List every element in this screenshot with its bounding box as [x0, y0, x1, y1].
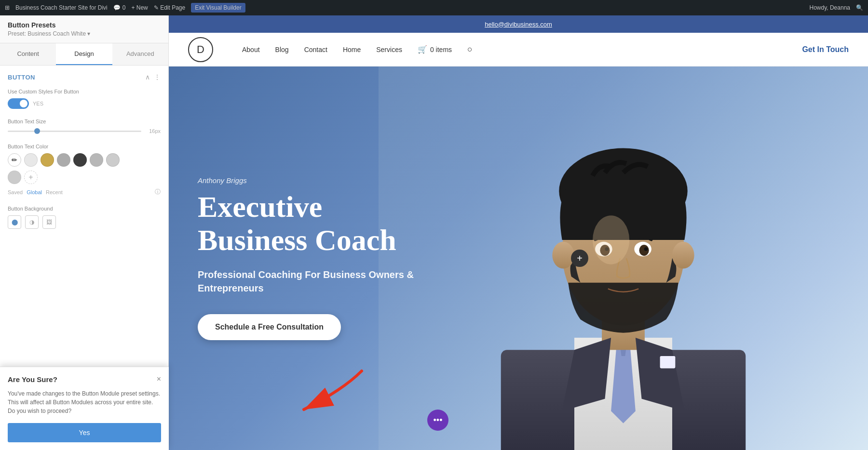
confirm-text: You've made changes to the Button Module… [8, 389, 161, 415]
button-text-size-field: Button Text Size 16px [8, 119, 161, 134]
color-swatch-5[interactable] [90, 153, 103, 167]
section-title: Button [8, 74, 35, 81]
email-link[interactable]: hello@divibusiness.com [485, 21, 552, 28]
color-swatch-4[interactable] [73, 153, 87, 167]
hero-content: Anthony Briggs Executive Business Coach … [169, 176, 468, 340]
new-button[interactable]: + New [131, 4, 148, 11]
preset-info-icon[interactable]: ⓘ [155, 188, 161, 196]
global-label[interactable]: Global [27, 189, 42, 195]
more-options-button[interactable]: ••• [427, 410, 448, 431]
exit-visual-builder-button[interactable]: Exit Visual Builder [191, 3, 245, 13]
confirm-yes-button[interactable]: Yes [8, 423, 161, 442]
hero-section: Anthony Briggs Executive Business Coach … [169, 66, 868, 450]
add-section-button[interactable]: + [571, 250, 588, 267]
section-menu-icon[interactable]: ⋮ [154, 73, 161, 81]
preset-labels: Saved Global Recent ⓘ [8, 188, 161, 196]
site-logo[interactable]: D [188, 37, 213, 62]
hero-subtitle: Professional Coaching For Business Owner… [198, 268, 439, 295]
svg-point-20 [593, 215, 629, 265]
nav-cart[interactable]: 🛒 0 items [418, 45, 452, 54]
svg-rect-19 [660, 356, 676, 368]
svg-point-12 [639, 245, 649, 256]
color-swatch-1[interactable] [24, 153, 38, 167]
nav-about[interactable]: About [242, 46, 260, 53]
email-bar: hello@divibusiness.com [169, 15, 868, 33]
bg-gradient-icon[interactable]: ◑ [25, 215, 39, 229]
bg-color-icon[interactable]: ⬤ [8, 215, 21, 229]
confirm-close-button[interactable]: × [157, 375, 161, 384]
confirm-title: Are You Sure? [8, 375, 57, 384]
red-arrow-annotation [265, 361, 371, 421]
bg-controls: ⬤ ◑ 🖼 [8, 215, 161, 229]
button-background-field: Button Background ⬤ ◑ 🖼 [8, 206, 161, 229]
user-greeting: Howdy, Deanna [810, 4, 851, 11]
svg-point-16 [672, 242, 694, 269]
svg-point-14 [644, 247, 648, 251]
site-name[interactable]: Business Coach Starter Site for Divi [15, 4, 108, 11]
button-text-size-label: Button Text Size [8, 119, 161, 124]
tab-content[interactable]: Content [0, 43, 56, 65]
admin-search-icon[interactable]: 🔍 [856, 4, 863, 11]
text-size-slider[interactable] [8, 131, 141, 132]
button-text-color-label: Button Text Color [8, 144, 161, 149]
hero-author: Anthony Briggs [198, 176, 439, 185]
collapse-icon[interactable]: ∧ [145, 73, 150, 81]
plus-icon: + [577, 253, 583, 264]
button-text-color-field: Button Text Color ✏ + Saved Global Recen… [8, 144, 161, 196]
get-in-touch-link[interactable]: Get In Touch [802, 45, 849, 54]
logo-letter: D [197, 43, 204, 56]
search-icon[interactable]: ○ [467, 44, 473, 54]
site-header: D About Blog Contact Home Services 🛒 0 i… [169, 33, 868, 66]
main-area: hello@divibusiness.com D About Blog Cont… [169, 15, 868, 450]
cart-icon: 🛒 [418, 45, 427, 54]
nav-services[interactable]: Services [376, 46, 402, 53]
use-custom-styles-toggle[interactable] [8, 98, 29, 109]
color-swatch-3[interactable] [57, 153, 70, 167]
confirm-dialog: Are You Sure? × You've made changes to t… [0, 367, 169, 450]
wordpress-icon: ⊞ [5, 4, 10, 11]
add-color-swatch[interactable]: + [24, 171, 38, 184]
nav-home[interactable]: Home [343, 46, 361, 53]
wp-admin-bar: ⊞ Business Coach Starter Site for Divi 💬… [0, 0, 868, 15]
comment-bubble-icon: 💬 [113, 4, 121, 11]
bg-image-icon[interactable]: 🖼 [42, 215, 56, 229]
comments-link[interactable]: 💬 0 [113, 4, 126, 11]
use-custom-styles-field: Use Custom Styles For Button YES [8, 89, 161, 109]
panel-title: Button Presets [8, 21, 161, 29]
nav-contact[interactable]: Contact [304, 46, 327, 53]
pencil-color-swatch[interactable]: ✏ [8, 153, 21, 167]
saved-label: Saved [8, 189, 23, 195]
color-swatches-row1: ✏ [8, 153, 161, 167]
color-swatch-7[interactable] [8, 171, 21, 184]
hero-title: Executive Business Coach [198, 190, 439, 256]
edit-page-link[interactable]: ✎ Edit Page [154, 4, 185, 11]
color-swatches-row2: + [8, 171, 161, 184]
cart-label: 0 items [430, 46, 452, 53]
preset-selector[interactable]: Preset: Business Coach White ▾ [8, 30, 161, 37]
hero-cta-button[interactable]: Schedule a Free Consultation [198, 314, 341, 340]
color-swatch-6[interactable] [106, 153, 120, 167]
recent-label: Recent [46, 189, 63, 195]
tab-advanced[interactable]: Advanced [112, 43, 168, 65]
button-background-label: Button Background [8, 206, 161, 212]
text-size-value: 16px [146, 128, 161, 134]
toggle-value-label: YES [33, 101, 43, 106]
use-custom-styles-label: Use Custom Styles For Button [8, 89, 161, 94]
tab-design[interactable]: Design [56, 43, 112, 65]
site-nav: About Blog Contact Home Services 🛒 0 ite… [242, 44, 802, 54]
panel-tabs: Content Design Advanced [0, 43, 168, 66]
left-panel: Button Presets Preset: Business Coach Wh… [0, 15, 169, 450]
more-icon: ••• [434, 415, 443, 425]
color-swatch-2[interactable] [41, 153, 54, 167]
nav-blog[interactable]: Blog [275, 46, 289, 53]
